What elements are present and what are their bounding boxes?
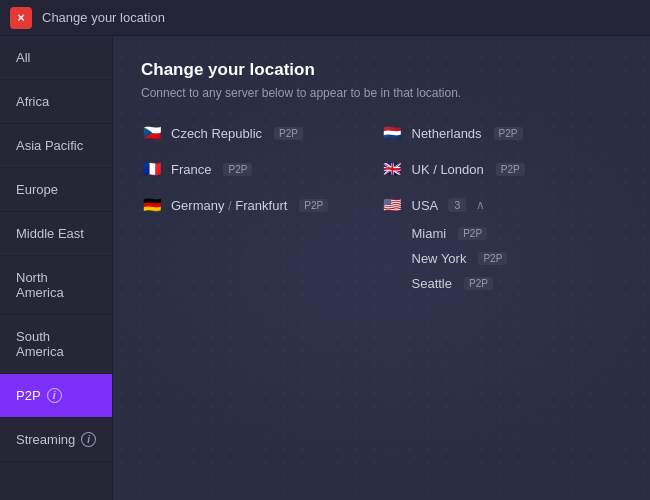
usa-name: USA [412,198,439,213]
close-button[interactable]: × [10,7,32,29]
seattle-p2p-badge: P2P [464,277,493,290]
sidebar-item-asia-pacific[interactable]: Asia Pacific [0,124,112,168]
czech-flag: 🇨🇿 [141,122,163,144]
sidebar-item-all[interactable]: All [0,36,112,80]
netherlands-flag: 🇳🇱 [382,122,404,144]
page-subtitle: Connect to any server below to appear to… [141,86,622,100]
sidebar-item-south-america[interactable]: South America [0,315,112,374]
city-seattle[interactable]: Seattle P2P [412,276,623,291]
uk-name: UK / London [412,162,484,177]
content-area: Change your location Connect to any serv… [113,36,650,500]
sidebar-label-south-america: South America [16,329,96,359]
sidebar-item-p2p[interactable]: P2P i [0,374,112,418]
main-content: All Africa Asia Pacific Europe Middle Ea… [0,36,650,500]
uk-flag: 🇬🇧 [382,158,404,180]
sidebar-item-streaming[interactable]: Streaming i [0,418,112,462]
location-france[interactable]: 🇫🇷 France P2P [141,158,382,180]
city-miami[interactable]: Miami P2P [412,226,623,241]
sidebar-label-africa: Africa [16,94,49,109]
sidebar-label-north-america: North America [16,270,96,300]
sidebar-item-north-america[interactable]: North America [0,256,112,315]
usa-flag: 🇺🇸 [382,194,404,216]
sidebar-label-asia-pacific: Asia Pacific [16,138,83,153]
location-netherlands[interactable]: 🇳🇱 Netherlands P2P [382,122,623,144]
location-czech-republic[interactable]: 🇨🇿 Czech Republic P2P [141,122,382,144]
uk-p2p-badge: P2P [496,163,525,176]
page-title: Change your location [141,60,622,80]
sidebar-item-europe[interactable]: Europe [0,168,112,212]
germany-p2p-badge: P2P [299,199,328,212]
new-york-name: New York [412,251,467,266]
netherlands-p2p-badge: P2P [494,127,523,140]
content-inner: Change your location Connect to any serv… [141,60,622,291]
sidebar-item-middle-east[interactable]: Middle East [0,212,112,256]
usa-cities-list: Miami P2P New York P2P Sea [382,226,623,291]
main-window: × Change your location All Africa Asia P… [0,0,650,500]
usa-count-badge: 3 [448,198,466,212]
germany-name: Germany / Frankfurt [171,198,287,213]
city-new-york[interactable]: New York P2P [412,251,623,266]
sidebar-label-europe: Europe [16,182,58,197]
locations-grid: 🇨🇿 Czech Republic P2P 🇫🇷 France P2P [141,122,622,291]
usa-section: 🇺🇸 USA 3 ∧ Miami P2P [382,194,623,291]
sidebar: All Africa Asia Pacific Europe Middle Ea… [0,36,113,500]
seattle-name: Seattle [412,276,452,291]
sidebar-label-all: All [16,50,30,65]
czech-p2p-badge: P2P [274,127,303,140]
streaming-info-icon[interactable]: i [81,432,96,447]
p2p-info-icon[interactable]: i [47,388,62,403]
location-usa[interactable]: 🇺🇸 USA 3 ∧ [382,194,623,216]
france-name: France [171,162,211,177]
location-uk[interactable]: 🇬🇧 UK / London P2P [382,158,623,180]
germany-flag: 🇩🇪 [141,194,163,216]
sidebar-label-p2p: P2P [16,388,41,403]
france-flag: 🇫🇷 [141,158,163,180]
sidebar-label-middle-east: Middle East [16,226,84,241]
miami-p2p-badge: P2P [458,227,487,240]
title-bar: × Change your location [0,0,650,36]
left-column: 🇨🇿 Czech Republic P2P 🇫🇷 France P2P [141,122,382,291]
sidebar-label-streaming: Streaming [16,432,75,447]
czech-name: Czech Republic [171,126,262,141]
netherlands-name: Netherlands [412,126,482,141]
window-title: Change your location [42,10,165,25]
france-p2p-badge: P2P [223,163,252,176]
sidebar-item-africa[interactable]: Africa [0,80,112,124]
miami-name: Miami [412,226,447,241]
right-column: 🇳🇱 Netherlands P2P 🇬🇧 UK / London P2P [382,122,623,291]
new-york-p2p-badge: P2P [478,252,507,265]
chevron-up-icon: ∧ [476,198,485,212]
location-germany[interactable]: 🇩🇪 Germany / Frankfurt P2P [141,194,382,216]
